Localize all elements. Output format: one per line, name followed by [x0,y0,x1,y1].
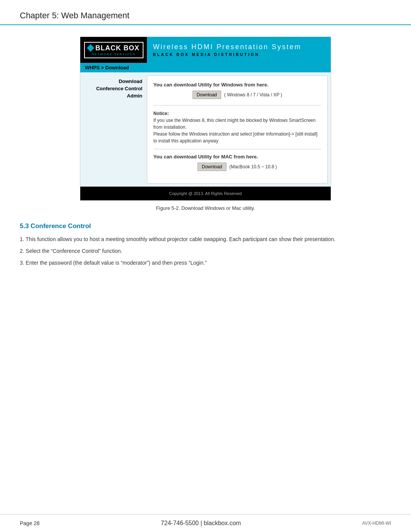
windows-download-row: Download ( Windows 8 / 7 / Vista / XP ) [153,91,321,99]
chapter-title: Chapter 5: Web Management [20,11,391,21]
sidebar-item-admin[interactable]: Admin [85,93,142,99]
mac-download-button[interactable]: Download [198,163,226,171]
mac-section-title: You can download Utility for MAC from he… [153,154,321,160]
sidebar-item-download[interactable]: Download [85,78,142,84]
section-heading: 5.3 Conference Control [20,222,391,230]
bb-header: BLACK BOX NETWORK SERVICES Wireless HDMI… [80,37,331,63]
bb-title-area: Wireless HDMI Presentation System BLACK … [147,37,331,63]
windows-download-note: ( Windows 8 / 7 / Vista / XP ) [224,92,282,97]
bb-breadcrumb: WHPS > Download [80,63,331,72]
bb-logo-area: BLACK BOX NETWORK SERVICES [80,37,147,63]
main-content: BLACK BOX NETWORK SERVICES Wireless HDMI… [0,25,411,282]
section-list: 1. This function allows you to host a me… [20,235,391,267]
footer-center-text: 724-746-5500 | blackbox.com [161,520,241,527]
page-header: Chapter 5: Web Management [0,0,411,25]
windows-download-button[interactable]: Download [193,91,221,99]
footer-right-text: AVX-HDMI-WI [362,521,391,526]
sidebar-item-conference[interactable]: Conference Control [85,86,142,91]
bb-footer: Copyright @ 2013. All Rights Reserved [80,187,331,200]
mac-download-row: Download (MacBook 10.5 ~ 10.8 ) [153,163,321,171]
windows-section-title: You can download Utility for Windows fro… [153,82,321,88]
mac-download-note: (MacBook 10.5 ~ 10.8 ) [229,164,277,169]
list-item: 1. This function allows you to host a me… [20,235,391,243]
footer-page-label: Page 28 [20,520,40,526]
bb-content: You can download Utility for Windows fro… [147,75,328,184]
bb-logo-icon: BLACK BOX [88,44,140,52]
bb-main-title: Wireless HDMI Presentation System [153,43,325,51]
notice-text: If you use the Windows 8, this client mi… [153,118,317,144]
section-divider [153,105,321,105]
section-53: 5.3 Conference Control 1. This function … [20,222,391,267]
bb-network-services: NETWORK SERVICES [92,53,135,56]
bb-sub-title: BLACK BOX MEDIA DISTRIBUTION [153,53,325,57]
windows-section: You can download Utility for Windows fro… [153,82,321,99]
bb-logo-box: BLACK BOX NETWORK SERVICES [84,42,143,58]
notice-title: Notice: [153,111,169,116]
ui-screenshot: BLACK BOX NETWORK SERVICES Wireless HDMI… [80,37,331,201]
bb-brand-name: BLACK BOX [96,44,140,52]
list-item: 3. Enter the password (the default value… [20,259,391,267]
mac-section: You can download Utility for MAC from he… [153,154,321,171]
bb-footer-text: Copyright @ 2013. All Rights Reserved [169,191,242,196]
bb-sidebar: Download Conference Control Admin [80,72,147,187]
section-divider-2 [153,149,321,149]
page-footer: Page 28 724-746-5500 | blackbox.com AVX-… [0,514,411,532]
bb-body: Download Conference Control Admin You ca… [80,72,331,187]
bb-diamond-icon [87,44,94,52]
figure-container: BLACK BOX NETWORK SERVICES Wireless HDMI… [20,37,391,201]
notice-section: Notice: If you use the Windows 8, this c… [153,110,321,144]
figure-caption: Figure 5-2. Download Windows or Mac util… [20,205,391,211]
list-item: 2. Select the “Conference Control” funct… [20,247,391,255]
